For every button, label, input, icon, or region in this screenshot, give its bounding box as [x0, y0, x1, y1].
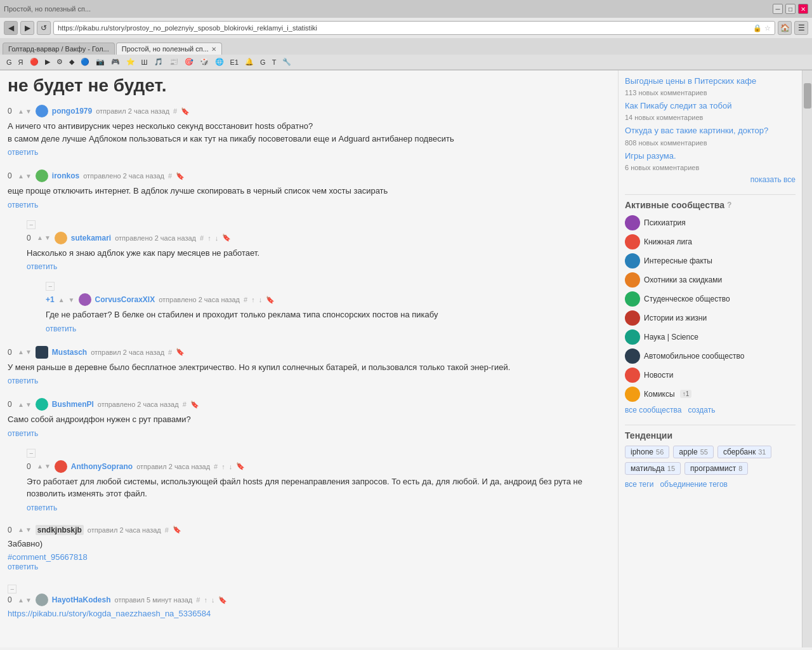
create-community-link[interactable]: создать — [688, 406, 715, 415]
communities-info-icon[interactable]: ? — [727, 201, 731, 209]
vote-up-c2[interactable]: ▲ — [18, 173, 24, 180]
vote-up-c4[interactable]: ▲ — [58, 296, 65, 303]
bookmark-19[interactable]: G — [258, 58, 268, 67]
vote-down-c5[interactable]: ▼ — [25, 348, 32, 355]
vote-up-c5[interactable]: ▲ — [18, 348, 24, 355]
trend-iphone[interactable]: iphone 56 — [625, 446, 669, 458]
bookmark-4[interactable]: ▶ — [43, 57, 53, 67]
username-c8[interactable]: sndkjnbskjb — [36, 525, 84, 535]
vote-up-c7[interactable]: ▲ — [37, 463, 43, 470]
bookmark-18[interactable]: 🔔 — [242, 57, 256, 67]
comment-link-c8[interactable]: #comment_95667818 — [8, 552, 88, 562]
tab-2-close[interactable]: ✕ — [211, 46, 216, 53]
community-deals[interactable]: Охотники за скидками — [625, 272, 796, 288]
bookmark-13[interactable]: 📰 — [167, 57, 181, 67]
collapse-c4[interactable]: − — [46, 282, 55, 291]
show-all-link[interactable]: показать все — [625, 175, 796, 184]
bookmark-21[interactable]: 🔧 — [280, 57, 294, 67]
trend-matilda[interactable]: матильда 15 — [625, 462, 681, 475]
community-stories[interactable]: Истории из жизни — [625, 310, 796, 326]
bookmark-ya[interactable]: Я — [16, 58, 26, 67]
trend-apple[interactable]: apple 55 — [673, 446, 714, 458]
minimize-button[interactable]: ─ — [773, 4, 783, 14]
bookmark-16[interactable]: 🌐 — [213, 57, 226, 67]
update-link-2[interactable]: Как Пикабу следит за тобой — [625, 100, 796, 112]
collapse-c3[interactable]: − — [27, 220, 36, 229]
scrollbar[interactable] — [802, 70, 812, 647]
scrollbar-thumb[interactable] — [804, 83, 811, 109]
reply-link-c3[interactable]: ответить — [27, 262, 57, 271]
reply-link-c1[interactable]: ответить — [8, 148, 38, 157]
bookmark-8[interactable]: 📷 — [93, 57, 107, 67]
vote-up-c8[interactable]: ▲ — [18, 526, 24, 533]
vote-up-c6[interactable]: ▲ — [18, 401, 24, 408]
community-book[interactable]: Книжная лига — [625, 234, 796, 249]
username-c5[interactable]: Mustasch — [52, 348, 87, 357]
username-c2[interactable]: ironkos — [52, 171, 79, 180]
vote-down-c4[interactable]: ▼ — [69, 296, 75, 303]
trend-programmer[interactable]: программист 8 — [684, 462, 748, 475]
bookmark-17[interactable]: E1 — [228, 58, 241, 67]
tab-2[interactable]: Простой, но полезный сп... ✕ — [116, 43, 222, 55]
vote-up-c1[interactable]: ▲ — [18, 108, 24, 115]
bookmark-g[interactable]: G — [4, 58, 15, 67]
username-c4[interactable]: CorvusCoraxXIX — [95, 295, 155, 304]
community-comics[interactable]: Комиксы ↑1 — [625, 387, 796, 402]
close-button[interactable]: ✕ — [798, 4, 808, 14]
update-link-1[interactable]: Выгодные цены в Питерских кафе — [625, 76, 796, 87]
username-c1[interactable]: pongo1979 — [52, 107, 92, 116]
back-button[interactable]: ◀ — [4, 21, 18, 35]
username-c9[interactable]: HayotHaKodesh — [52, 595, 111, 604]
vote-down-c2[interactable]: ▼ — [25, 173, 32, 180]
vote-down-c3[interactable]: ▼ — [44, 234, 51, 241]
community-psychiatry[interactable]: Психиатрия — [625, 215, 796, 230]
reply-link-c7[interactable]: ответить — [27, 503, 57, 512]
forward-button[interactable]: ▶ — [20, 21, 34, 35]
username-c6[interactable]: BushmenPl — [52, 400, 94, 409]
bookmark-20[interactable]: T — [270, 58, 279, 67]
home-button[interactable]: 🏠 — [778, 21, 792, 35]
reload-button[interactable]: ↺ — [37, 21, 51, 35]
username-c3[interactable]: sutekamari — [71, 234, 111, 242]
bookmark-10[interactable]: ⭐ — [124, 57, 138, 67]
vote-up-c9[interactable]: ▲ — [18, 597, 24, 604]
bookmark-6[interactable]: ◆ — [67, 57, 77, 67]
reply-link-c2[interactable]: ответить — [8, 201, 38, 209]
bookmark-12[interactable]: 🎵 — [152, 57, 166, 67]
trend-sberbank[interactable]: сбербанк 31 — [717, 446, 771, 458]
bookmark-15[interactable]: 🎲 — [197, 57, 211, 67]
settings-button[interactable]: ☰ — [794, 21, 808, 35]
community-facts[interactable]: Интересные факты — [625, 253, 796, 269]
community-auto[interactable]: Автомобильное сообщество — [625, 348, 796, 364]
reply-link-c4[interactable]: ответить — [46, 324, 76, 333]
bookmark-11[interactable]: Ш — [139, 58, 150, 67]
address-bar[interactable]: https://pikabu.ru/story/prostoy_no_polez… — [53, 21, 775, 35]
community-news[interactable]: Новости — [625, 368, 796, 383]
community-science[interactable]: Наука | Science — [625, 329, 796, 345]
bookmark-14[interactable]: 🎯 — [182, 57, 196, 67]
update-link-3[interactable]: Откуда у вас такие картинки, доктор? — [625, 125, 796, 136]
collapse-c7[interactable]: − — [27, 449, 36, 458]
vote-down-c9[interactable]: ▼ — [25, 597, 32, 604]
merge-tags-link[interactable]: объединение тегов — [660, 480, 728, 489]
bookmark-7[interactable]: 🔵 — [78, 57, 92, 67]
vote-down-c1[interactable]: ▼ — [25, 108, 32, 115]
tab-1[interactable]: Голтард-варвар / Вакфу - Гол... — [3, 43, 115, 55]
username-c7[interactable]: AnthonySoprano — [71, 462, 133, 471]
bookmark-3[interactable]: 🔴 — [27, 57, 41, 67]
reply-link-c5[interactable]: ответить — [8, 376, 38, 385]
bookmark-5[interactable]: ⚙ — [54, 57, 65, 67]
vote-down-c7[interactable]: ▼ — [44, 463, 51, 470]
reply-link-c6[interactable]: ответить — [8, 429, 38, 438]
community-students[interactable]: Студенческое общество — [625, 291, 796, 307]
vote-up-c3[interactable]: ▲ — [37, 234, 43, 241]
collapse-c9[interactable]: − — [8, 585, 16, 594]
vote-down-c6[interactable]: ▼ — [25, 401, 32, 408]
vote-down-c8[interactable]: ▼ — [25, 526, 32, 533]
maximize-button[interactable]: □ — [785, 4, 796, 14]
all-tags-link[interactable]: все теги — [625, 480, 653, 489]
bookmark-9[interactable]: 🎮 — [108, 57, 122, 67]
comment-link-c9[interactable]: https://pikabu.ru/story/kogda_naezzhaesh… — [8, 609, 211, 618]
reply-link-c8[interactable]: ответить — [8, 562, 38, 571]
all-communities-link[interactable]: все сообщества — [625, 406, 681, 415]
